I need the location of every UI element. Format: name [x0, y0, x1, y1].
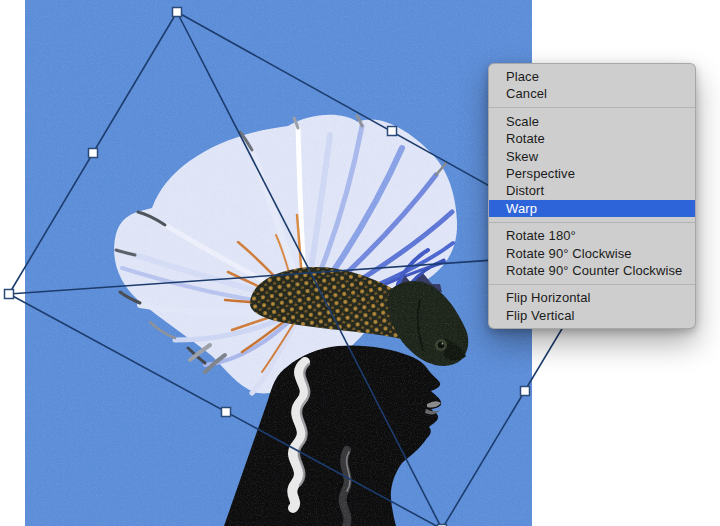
menu-separator — [489, 222, 695, 223]
menu-item-rotate[interactable]: Rotate — [489, 130, 695, 147]
menu-item-warp[interactable]: Warp — [489, 200, 695, 217]
menu-item-distort[interactable]: Distort — [489, 182, 695, 199]
transform-handle-lower-left-mid[interactable] — [222, 408, 231, 417]
menu-item-cancel[interactable]: Cancel — [489, 85, 695, 102]
menu-item-flip-horizontal[interactable]: Flip Horizontal — [489, 289, 695, 306]
menu-item-rotate-90-clockwise[interactable]: Rotate 90° Clockwise — [489, 245, 695, 262]
menu-item-rotate-180[interactable]: Rotate 180° — [489, 227, 695, 244]
menu-item-skew[interactable]: Skew — [489, 148, 695, 165]
menu-item-place[interactable]: Place — [489, 68, 695, 85]
context-menu: PlaceCancelScaleRotateSkewPerspectiveDis… — [488, 63, 696, 329]
transform-handle-left-corner[interactable] — [5, 290, 14, 299]
menu-separator — [489, 284, 695, 285]
menu-item-flip-vertical[interactable]: Flip Vertical — [489, 307, 695, 324]
menu-item-scale[interactable]: Scale — [489, 113, 695, 130]
transform-handle-upper-right-mid[interactable] — [388, 127, 397, 136]
menu-separator — [489, 107, 695, 108]
transform-handle-top-corner[interactable] — [173, 8, 182, 17]
transform-handle-upper-left-mid[interactable] — [89, 149, 98, 158]
transform-handle-lower-right-mid[interactable] — [521, 387, 530, 396]
menu-item-rotate-90-counter-clockwise[interactable]: Rotate 90° Counter Clockwise — [489, 262, 695, 279]
photoshop-canvas-area: PlaceCancelScaleRotateSkewPerspectiveDis… — [0, 0, 720, 526]
menu-item-perspective[interactable]: Perspective — [489, 165, 695, 182]
